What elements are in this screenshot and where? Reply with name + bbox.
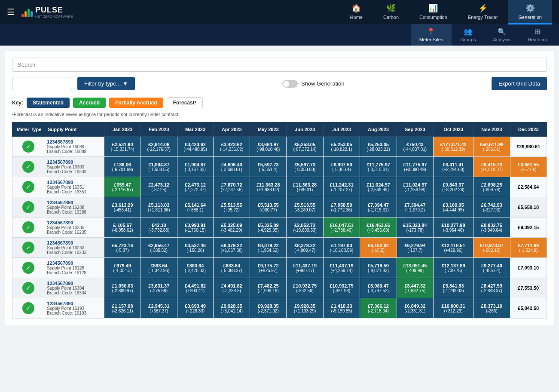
nav-home[interactable]: 🏠 Home	[340, 0, 373, 24]
meter-icon[interactable]: ✓	[22, 282, 34, 294]
subnav-meter-sites[interactable]: 📍 Meter Sites	[411, 24, 452, 46]
filter-row: 01/06/2023 Filter by type... ▼ Show Gene…	[12, 77, 547, 90]
data-cell: £3,693.49(+228.33)	[177, 298, 214, 318]
cell-change: (-4,004.3)	[107, 268, 138, 273]
cell-change: (-1,999.16)	[253, 288, 284, 293]
table-row: ✓ 1234567890 Supply Point 16235 Branch C…	[12, 217, 547, 238]
cell-amount: £7,870.72	[216, 182, 247, 187]
subnav-analysis[interactable]: 🔍 Analysis	[484, 24, 519, 46]
data-cell: £3,993.81(-1,760.15)	[177, 217, 214, 238]
data-cell: £7,870.72(+2,247.56)	[214, 177, 250, 197]
generation-icon: ⚙️	[525, 3, 535, 13]
export-grid-data-button[interactable]: Export Grid Data	[492, 77, 547, 90]
supply-id: 1234567890	[47, 180, 101, 185]
cell-amount: £3,661.55	[513, 162, 544, 167]
cell-amount: £7,394.47	[400, 202, 431, 208]
data-cell: £2,584.64	[510, 177, 547, 197]
meter-type-cell: ✓	[12, 238, 44, 258]
col-apr: Apr 2023	[214, 122, 250, 137]
supply-point-name: Supply Point 16235	[47, 225, 101, 230]
cell-change: (-87.25)	[144, 187, 174, 192]
logo-text: PULSE	[35, 6, 63, 14]
meter-icon[interactable]: ✓	[22, 262, 34, 274]
data-cell: £177,071.42(-80,812.39)	[434, 137, 473, 157]
hamburger-menu[interactable]: ☰	[7, 7, 15, 17]
cell-amount: £3,613.29	[107, 202, 138, 208]
cell-amount: £3,423.62	[180, 142, 211, 147]
data-cell: £8,980.47(-3,797.52)	[360, 278, 397, 298]
meter-icon[interactable]: ✓	[22, 242, 34, 254]
data-cell: £2,473.12(-87.25)	[141, 177, 177, 197]
data-cell: £5,513.55(-930.77)	[250, 197, 287, 217]
table-row: ✓ 1234567890 Supply Point 16351 Branch C…	[12, 177, 547, 197]
data-cell: £6,279.94(-107.7)	[397, 238, 433, 258]
filter-by-type-button[interactable]: Filter by type... ▼	[77, 77, 135, 90]
branch-code: Branch Code: 16303	[47, 169, 101, 174]
cell-change: (-2,331.31)	[400, 309, 431, 313]
nav-generation[interactable]: ⚙️ Generation	[508, 0, 552, 24]
cell-change: (-156.26)	[180, 248, 211, 253]
toggle-knob	[283, 81, 289, 87]
data-cell: £4,491.82(-2,238.8)	[214, 278, 250, 298]
data-cell: £2,852.72(-10,600.33)	[287, 217, 323, 238]
cell-amount: £8,379.22	[289, 243, 320, 248]
data-cell: £1,904.87(-1,588.55)	[141, 157, 177, 177]
subnav-heatmap[interactable]: ⊞ Heatmap	[519, 24, 556, 46]
cell-change: (-6,701.69)	[107, 167, 138, 172]
data-cell: £3,423.62(-14,236.82)	[214, 137, 250, 157]
supply-id: 1234567890	[47, 200, 101, 205]
cell-change: (+312.29)	[436, 309, 470, 313]
show-generation-toggle[interactable]	[282, 80, 298, 88]
meter-type-cell: ✓	[12, 278, 44, 298]
cell-amount: £1,157.08	[107, 303, 138, 309]
supply-point-cell: 1234567890 Supply Point 16304 Branch Cod…	[44, 278, 104, 298]
cell-amount: £11,242.31	[326, 182, 357, 187]
cell-amount: £12,118.51	[436, 243, 470, 248]
cell-amount: £16,463.66	[363, 223, 394, 228]
data-cell: £11,363.28(+1,938.02)	[250, 177, 287, 197]
cell-change: (-44,480.95)	[180, 147, 211, 152]
data-cell: £9,928.35(-2,371.92)	[250, 298, 287, 318]
col-jul: Jul 2023	[323, 122, 360, 137]
cell-change: (+825.97)	[253, 268, 284, 273]
cell-amount: £5,650.18	[513, 205, 544, 210]
nav-carbon[interactable]: 🌿 Carbon	[373, 0, 409, 24]
data-cell: £9,175.72(+825.97)	[250, 258, 287, 278]
meter-icon[interactable]: ✓	[22, 181, 34, 193]
cell-change: (-4,900.47)	[289, 248, 320, 253]
heatmap-icon: ⊞	[535, 28, 540, 36]
subnav-groups[interactable]: 👥 Groups	[452, 24, 484, 46]
meter-icon[interactable]: ✓	[22, 141, 34, 153]
data-cell: £979.49(-4,004.3)	[104, 258, 141, 278]
meter-type-cell: ✓	[12, 298, 44, 318]
data-cell: £1,904.87(-3,167.83)	[177, 157, 214, 177]
cell-amount: £11,024.57	[363, 182, 394, 187]
cell-change: (+587.37)	[144, 309, 174, 313]
cell-amount: £3,684.97	[253, 142, 284, 147]
data-cell: £2,898.25(-609.78)	[473, 177, 510, 197]
cell-amount: £8,980.47	[363, 283, 394, 288]
meter-icon[interactable]: ✓	[22, 302, 34, 314]
meter-icon[interactable]: ✓	[22, 201, 34, 213]
meter-icon[interactable]: ✓	[22, 221, 34, 233]
cell-change: (-266)	[476, 309, 507, 313]
nav-consumption[interactable]: 📊 Consumption	[409, 0, 458, 24]
col-meter-type: Meter Type	[12, 122, 44, 137]
data-cell: £7,058.59(-1,772.36)	[323, 197, 360, 217]
cell-amount: £11,437.19	[289, 263, 320, 268]
cell-amount: £10,277.98	[436, 223, 470, 228]
cell-change: (-5.87)	[107, 248, 138, 253]
cell-change: (-80,812.39)	[436, 147, 470, 152]
cell-amount: £7,093.10	[513, 265, 544, 270]
cell-change: (-1,682.75)	[400, 288, 431, 293]
nav-energy-trader[interactable]: ⚡ Energy Trader	[458, 0, 508, 24]
date-input[interactable]: 01/06/2023	[12, 77, 72, 90]
table-row: ✓ 1234567890 Supply Point 16303 Branch C…	[12, 157, 547, 177]
col-jun: Jun 2023	[287, 122, 323, 137]
cell-amount: £5,253.05	[289, 142, 320, 147]
search-input[interactable]	[12, 58, 547, 72]
cell-change: (-409.99)	[400, 268, 431, 273]
data-cell: £10,277.98(-3,964.46)	[434, 217, 473, 238]
cell-change: (-5,351.4)	[253, 167, 284, 172]
meter-icon[interactable]: ✓	[22, 161, 34, 173]
